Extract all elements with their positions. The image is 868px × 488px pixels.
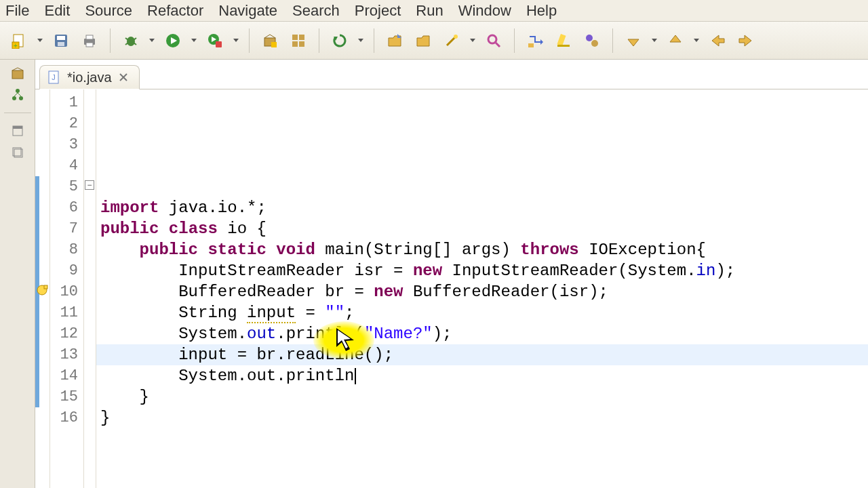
code-line[interactable]: public static void main(String[] args) t… <box>100 239 868 260</box>
new-button[interactable]: + <box>7 28 31 53</box>
svg-text:+: + <box>14 42 18 49</box>
search-button[interactable] <box>481 28 506 53</box>
line-number: 1 <box>50 92 83 113</box>
svg-point-9 <box>127 37 135 46</box>
next-annotation-dropdown[interactable] <box>650 39 659 42</box>
fold-toggle[interactable]: − <box>85 180 94 190</box>
svg-rect-34 <box>557 45 570 47</box>
folder-icon <box>415 33 431 49</box>
line-number: 6 <box>50 197 83 218</box>
wand-dropdown[interactable] <box>468 39 477 42</box>
line-number: 8 <box>50 239 83 260</box>
restore-shortcut[interactable] <box>9 144 26 161</box>
close-icon <box>119 73 128 82</box>
toolbar-separator <box>110 28 111 53</box>
run-dropdown[interactable] <box>189 39 199 42</box>
svg-text:J: J <box>52 73 56 81</box>
open-type-icon <box>290 33 307 49</box>
line-number: 10 <box>50 281 83 302</box>
new-dropdown[interactable] <box>35 39 45 42</box>
toggle-mark-button[interactable] <box>551 28 576 53</box>
editor-tab-label: *io.java <box>67 70 112 85</box>
minimize-shortcut[interactable] <box>9 123 26 139</box>
menu-window[interactable]: Window <box>458 2 511 20</box>
menu-source[interactable]: Source <box>85 2 132 20</box>
open-task-button[interactable] <box>382 28 407 53</box>
debug-button[interactable] <box>119 28 143 53</box>
svg-point-28 <box>454 35 458 39</box>
prev-annotation-dropdown[interactable] <box>692 39 701 42</box>
menu-edit[interactable]: Edit <box>44 2 70 20</box>
toggle-block-button[interactable] <box>580 28 604 53</box>
fold-bar[interactable]: − <box>84 89 96 488</box>
code-line[interactable]: String input = ""; <box>100 302 868 323</box>
open-type-button[interactable] <box>286 28 311 53</box>
new-java-package-button[interactable] <box>258 28 282 53</box>
menu-project[interactable]: Project <box>355 2 401 20</box>
code-line[interactable]: InputStreamReader isr = new InputStreamR… <box>100 260 868 281</box>
save-button[interactable] <box>49 28 73 53</box>
code-line[interactable]: public class io { <box>100 218 868 239</box>
line-number: 7 <box>50 218 83 239</box>
menu-run[interactable]: Run <box>416 2 443 20</box>
menu-bar: File Edit Source Refactor Navigate Searc… <box>0 0 868 22</box>
svg-marker-38 <box>670 35 681 42</box>
menu-help[interactable]: Help <box>526 2 557 20</box>
editor-tab[interactable]: J *io.java <box>39 65 140 89</box>
svg-line-10 <box>125 38 128 40</box>
folder-button[interactable] <box>411 28 435 53</box>
search-icon <box>486 33 502 49</box>
nav-forward-button[interactable] <box>734 28 758 53</box>
next-annotation-button[interactable] <box>621 28 646 53</box>
run-button[interactable] <box>161 28 185 53</box>
build-button[interactable] <box>328 28 352 53</box>
forward-icon <box>738 33 754 49</box>
line-number: 12 <box>50 323 83 344</box>
svg-rect-23 <box>292 41 298 47</box>
code-line[interactable]: input = br.readLine(); <box>100 344 868 365</box>
close-tab-button[interactable] <box>117 71 130 83</box>
editor-area: J *io.java 12345678910111213141516 − imp… <box>35 60 868 488</box>
code-editor[interactable]: 12345678910111213141516 − import java.io… <box>35 89 868 488</box>
run-external-icon <box>207 33 223 49</box>
code-line[interactable]: System.out.println <box>100 365 868 386</box>
wand-button[interactable] <box>439 28 464 53</box>
menu-file[interactable]: File <box>5 2 29 20</box>
line-number: 5 <box>50 176 83 197</box>
line-number: 13 <box>50 344 83 365</box>
print-button[interactable] <box>77 28 102 53</box>
marker-bar[interactable] <box>35 89 50 488</box>
main-area: J *io.java 12345678910111213141516 − imp… <box>0 60 868 488</box>
svg-point-44 <box>19 96 23 100</box>
svg-rect-8 <box>86 43 93 47</box>
svg-line-30 <box>496 43 500 47</box>
code-line[interactable]: import java.io.*; <box>100 197 868 218</box>
line-number: 14 <box>50 365 83 386</box>
build-dropdown[interactable] <box>356 39 366 42</box>
toolbar-separator <box>319 28 319 53</box>
code-line[interactable]: } <box>100 407 868 428</box>
code-line[interactable]: System.out.println("Name?"); <box>100 323 868 344</box>
menu-search[interactable]: Search <box>292 2 340 20</box>
wand-icon <box>443 33 460 49</box>
line-number: 3 <box>50 134 83 155</box>
code-line[interactable]: BufferedReader br = new BufferedReader(i… <box>100 281 868 302</box>
toggle-breadcrumb-button[interactable] <box>523 28 547 53</box>
line-number: 2 <box>50 113 83 134</box>
code-line[interactable]: } <box>100 386 868 407</box>
code-content[interactable]: import java.io.*;public class io { publi… <box>96 89 868 488</box>
nav-back-button[interactable] <box>705 28 730 53</box>
svg-rect-5 <box>58 42 64 46</box>
warning-marker-icon[interactable] <box>36 284 50 298</box>
debug-dropdown[interactable] <box>147 39 157 42</box>
run-external-button[interactable] <box>203 28 227 53</box>
prev-annotation-button[interactable] <box>663 28 688 53</box>
step-icon <box>527 33 543 49</box>
run-external-dropdown[interactable] <box>231 39 241 42</box>
type-hierarchy-shortcut[interactable] <box>9 87 26 103</box>
menu-refactor[interactable]: Refactor <box>147 2 203 20</box>
line-number-gutter[interactable]: 12345678910111213141516 <box>50 89 84 488</box>
package-explorer-shortcut[interactable] <box>9 65 26 81</box>
menu-navigate[interactable]: Navigate <box>218 2 277 20</box>
svg-rect-22 <box>299 35 304 40</box>
